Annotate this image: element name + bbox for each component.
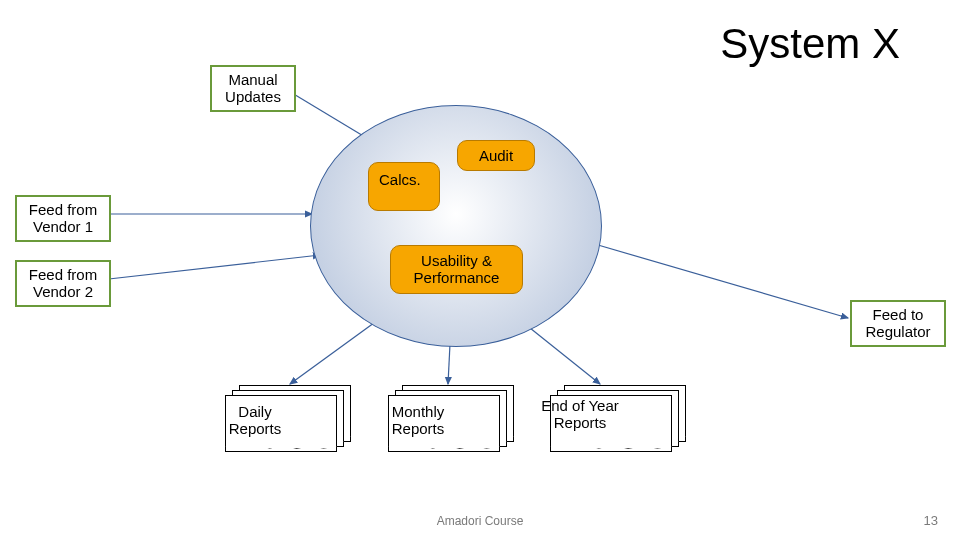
report-monthly-label: Monthly Reports [373,403,463,438]
slide-title: System X [720,20,900,68]
core-calcs: Calcs. [368,162,440,211]
core-audit: Audit [457,140,535,171]
input-feed-vendor-2: Feed from Vendor 2 [15,260,111,307]
svg-line-2 [100,255,320,280]
report-eoy-label: End of Year Reports [535,397,625,432]
svg-line-4 [290,320,378,384]
report-daily: Daily Reports [225,395,335,447]
svg-line-0 [292,93,370,140]
input-feed-vendor-1: Feed from Vendor 1 [15,195,111,242]
report-monthly: Monthly Reports [388,395,498,447]
input-manual-updates: Manual Updates [210,65,296,112]
core-usability-performance: Usability & Performance [390,245,523,294]
report-end-of-year: End of Year Reports [550,395,670,447]
report-daily-label: Daily Reports [210,403,300,438]
svg-line-3 [598,245,848,318]
output-feed-regulator: Feed to Regulator [850,300,946,347]
svg-line-6 [520,320,600,384]
footer-course: Amadori Course [0,514,960,528]
svg-line-5 [448,344,450,384]
footer-page-number: 13 [924,513,938,528]
system-core-circle [310,105,602,347]
